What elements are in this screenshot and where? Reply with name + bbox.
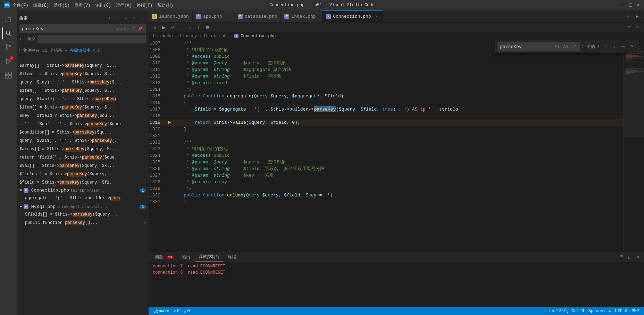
find-match-case-btn[interactable]: Aa <box>553 43 561 50</box>
replace-toggle-btn[interactable]: › <box>19 37 25 41</box>
list-item[interactable]: $array[] = $this->parseKey($query, $... <box>17 62 149 70</box>
debug-step-out-btn[interactable]: ⇑ <box>195 24 202 31</box>
collapse-all-btn[interactable]: ⊟ <box>114 15 121 22</box>
panel-maximize-btn[interactable]: ⬚ <box>627 254 633 260</box>
open-in-editor-link[interactable]: 在编辑器中 打开 <box>70 48 101 53</box>
menu-view[interactable]: 查看(V) <box>75 2 91 8</box>
activity-search[interactable] <box>2 27 15 40</box>
tab-connection-php[interactable]: P Connection.php × <box>323 10 383 22</box>
open-in-editor-btn[interactable]: ↗ <box>131 15 137 22</box>
list-item[interactable]: $item[] = $this->parseKey($query, $... <box>17 103 149 112</box>
status-warnings[interactable]: ⚠ 0 <box>182 307 192 315</box>
panel-close-btn[interactable]: × <box>635 254 641 260</box>
maximize-btn[interactable]: □ <box>629 2 632 8</box>
minimize-btn[interactable]: ─ <box>621 2 624 8</box>
search-input[interactable] <box>22 26 114 32</box>
list-item[interactable]: $val[] = $this->parseKey($query, $k... <box>17 162 149 170</box>
debug-stop-btn[interactable]: ⏹ <box>203 24 211 31</box>
replace-input[interactable] <box>37 35 146 43</box>
status-encoding[interactable]: UTF-8 <box>613 309 629 314</box>
list-item[interactable]: $fields[] = $this->parseKey($query, . <box>17 210 149 219</box>
list-item[interactable]: $item[] = $this->parseKey($query, $... <box>17 87 149 95</box>
list-item[interactable]: return 'field(' . $this->parseKey($que. <box>17 153 149 162</box>
status-errors[interactable]: ✕ 0 <box>172 307 182 315</box>
line-number: 1329 <box>149 185 166 192</box>
tab-launch-json[interactable]: {} launch.json <box>149 10 193 22</box>
grid-layout-btn[interactable]: ⊞ <box>151 24 159 31</box>
status-git[interactable]: ⎇ main <box>151 307 172 315</box>
menu-select[interactable]: 选择(S) <box>54 2 70 8</box>
find-whole-word-btn[interactable]: Ab <box>562 43 569 50</box>
debug-continue-btn[interactable]: ▶ <box>160 24 168 31</box>
split-editor-btn[interactable]: ⊞ <box>625 13 632 20</box>
list-item[interactable]: query, $key) . '.' . $this->parseKey($..… <box>17 78 149 87</box>
maximize-panel-btn[interactable]: ⬚ <box>625 24 632 31</box>
list-item[interactable]: $key = $field ? $this->parseKey($qu... <box>17 112 149 120</box>
find-regex-btn[interactable]: .* <box>570 43 578 50</box>
more-results-btn[interactable]: ... <box>17 55 149 62</box>
tab-close-btn[interactable]: × <box>374 14 379 19</box>
menu-file[interactable]: 文件(F) <box>12 2 28 8</box>
panel-tab-terminal[interactable]: 终端 <box>224 253 240 261</box>
file-group-header[interactable]: P Connection.php thinkphp/libr... 1 <box>17 187 149 194</box>
activity-explorer[interactable] <box>2 13 15 26</box>
breadcrumb-thinkphp[interactable]: thinkphp <box>153 34 173 39</box>
breadcrumb-connection-php[interactable]: Connection.php <box>241 34 276 39</box>
list-item[interactable]: $condition[] = $this->parseKey($qu... <box>17 128 149 137</box>
match-case-btn[interactable]: Aa <box>116 26 123 32</box>
list-item[interactable]: public function parseKey(Q... ✕ <box>17 219 149 227</box>
menu-goto[interactable]: 转到(G) <box>95 2 111 8</box>
code-line-1323: 1323 * 得到某个列的数组 <box>149 146 623 152</box>
list-item[interactable]: . '' . '$op' . '' . $this->parseKey($que… <box>17 120 149 128</box>
status-spaces[interactable]: Spaces: 4 <box>586 309 613 314</box>
debug-step-over-btn[interactable]: ↓ <box>177 24 185 31</box>
whole-word-btn[interactable]: Ab <box>123 26 129 32</box>
tab-database-php[interactable]: P database.php <box>234 10 281 22</box>
list-item[interactable]: $fields[] = $this->parseKey($query, . <box>17 170 149 178</box>
activity-git[interactable] <box>2 41 15 54</box>
regex-btn[interactable]: .* <box>130 26 136 32</box>
debug-restart-btn[interactable]: ↺ <box>169 24 176 31</box>
code-editor[interactable]: 1307 /** 1308 * 得到某个字段的值 13 <box>149 40 623 252</box>
activity-extensions[interactable] <box>2 69 15 81</box>
find-input[interactable] <box>500 44 552 49</box>
status-cursor-pos[interactable]: Ln 1319, Col 9 <box>547 309 586 314</box>
find-next-btn[interactable]: ↓ <box>610 43 618 50</box>
line-gutter <box>166 106 173 113</box>
php-file-icon: P <box>326 14 331 19</box>
close-panel-btn[interactable]: × <box>634 24 641 31</box>
file-group-header-mysql[interactable]: P Mysql.php thinkphp\library\th... 3 <box>17 203 149 210</box>
list-item[interactable]: $array[] = $this->parseKey($query, $... <box>17 145 149 153</box>
list-item[interactable]: query, $val1) . '=' . $this->parseKey(. <box>17 137 149 145</box>
panel-menu-btn[interactable]: ☰ <box>618 254 625 260</box>
debug-step-into-btn[interactable]: ⇓ <box>186 24 194 31</box>
menu-help[interactable]: 帮助(H) <box>157 2 173 8</box>
tab-app-php[interactable]: P app.php <box>193 10 234 22</box>
status-language[interactable]: PHP <box>629 309 641 314</box>
main-layout: 搜索 ↺ ⊟ ≡ ↗ ⋯ Aa Ab .* 📌 <box>0 10 644 315</box>
more-actions-btn[interactable]: ⋯ <box>139 15 146 22</box>
close-btn[interactable]: × <box>637 2 640 8</box>
tab-index-php[interactable]: P Index.php <box>281 10 323 22</box>
activity-debug[interactable] <box>2 55 15 67</box>
panel-tab-debug-console[interactable]: 调试控制台 <box>195 252 223 261</box>
breadcrumb-think[interactable]: think <box>203 34 216 39</box>
run-btn[interactable]: ▶ <box>634 13 641 20</box>
list-item[interactable]: aggregate . '(' . $this->builder->pars. <box>17 194 149 202</box>
refresh-results-btn[interactable]: ↺ <box>106 15 112 22</box>
list-item[interactable]: $item[] = $this->parseKey($query, $... <box>17 70 149 78</box>
breadcrumb-db[interactable]: db <box>223 34 228 39</box>
menu-run[interactable]: 运行(A) <box>116 2 132 8</box>
breadcrumb-library[interactable]: library <box>179 34 197 39</box>
menu-edit[interactable]: 编辑(E) <box>33 2 49 8</box>
find-prev-btn[interactable]: ↑ <box>601 43 609 50</box>
pin-btn[interactable]: 📌 <box>137 26 143 32</box>
find-close-btn[interactable]: × <box>628 43 636 50</box>
panel-tab-output[interactable]: 输出 <box>178 253 194 261</box>
menu-terminal[interactable]: 终端(T) <box>137 2 153 8</box>
panel-tab-problems[interactable]: 问题 11 <box>151 253 177 261</box>
list-item[interactable]: $field = $this->parseKey($query, $fi. <box>17 178 149 187</box>
list-item[interactable]: query, $table) . '.' . $this->parseKey(. <box>17 95 149 103</box>
clear-results-btn[interactable]: ≡ <box>122 15 129 22</box>
find-menu-btn[interactable]: ☰ <box>619 43 627 50</box>
